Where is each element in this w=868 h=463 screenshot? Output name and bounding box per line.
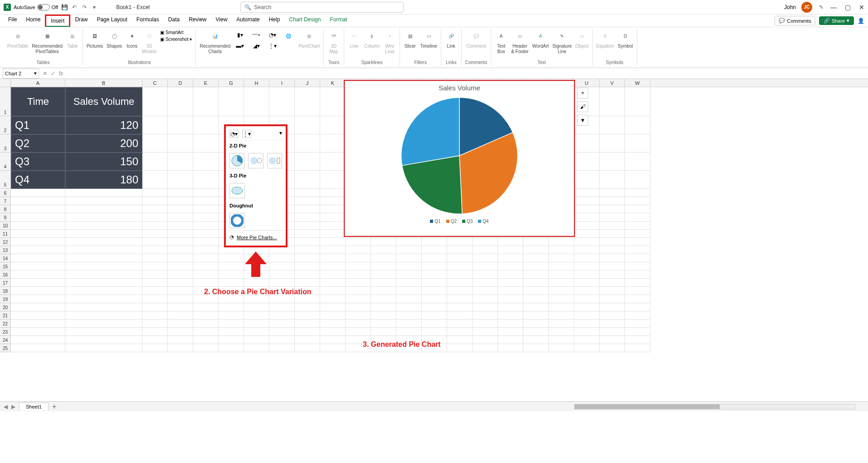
cell[interactable]: [193, 328, 219, 336]
cell[interactable]: [219, 336, 244, 344]
sheet-nav-prev[interactable]: ◀: [4, 404, 8, 410]
cell[interactable]: [346, 311, 371, 320]
cell[interactable]: [65, 344, 142, 352]
tab-file[interactable]: File: [4, 15, 21, 27]
cell[interactable]: [244, 295, 269, 303]
cell[interactable]: [65, 271, 142, 279]
cell[interactable]: [11, 230, 65, 238]
cell[interactable]: [498, 246, 523, 254]
cell[interactable]: [193, 222, 219, 230]
cell[interactable]: [320, 336, 346, 344]
cell[interactable]: [600, 303, 625, 311]
cell[interactable]: [523, 279, 549, 287]
cell[interactable]: [371, 262, 396, 271]
cell[interactable]: [625, 171, 650, 189]
cell[interactable]: [142, 254, 168, 262]
column-header[interactable]: W: [625, 79, 650, 87]
cell[interactable]: [600, 189, 625, 197]
cell[interactable]: [473, 279, 498, 287]
cell[interactable]: [371, 254, 396, 262]
cell[interactable]: [168, 189, 193, 197]
cell[interactable]: 150: [65, 153, 142, 171]
cell[interactable]: [142, 213, 168, 222]
cell[interactable]: [346, 328, 371, 336]
cell[interactable]: [574, 262, 600, 271]
chart-elements-button[interactable]: +: [577, 88, 588, 99]
cell[interactable]: [549, 279, 574, 287]
formula-input[interactable]: [67, 69, 868, 79]
cell[interactable]: [193, 171, 219, 189]
cell[interactable]: [498, 238, 523, 246]
tab-draw[interactable]: Draw: [70, 15, 92, 27]
pie-2d-option-1[interactable]: [229, 153, 244, 168]
cell[interactable]: [65, 197, 142, 205]
cell[interactable]: [193, 87, 219, 116]
cell[interactable]: [11, 295, 65, 303]
cell[interactable]: [396, 287, 422, 295]
3d-map-button[interactable]: 🗺3D Map: [327, 30, 340, 54]
cell[interactable]: [600, 222, 625, 230]
cell[interactable]: [142, 153, 168, 171]
cell[interactable]: [168, 205, 193, 213]
shapes-button[interactable]: ◯Shapes: [107, 30, 122, 49]
column-header[interactable]: K: [320, 79, 346, 87]
cell[interactable]: [168, 295, 193, 303]
cell[interactable]: [11, 328, 65, 336]
cell[interactable]: [11, 262, 65, 271]
cell[interactable]: [396, 238, 422, 246]
cell[interactable]: [142, 230, 168, 238]
cell[interactable]: [65, 254, 142, 262]
wordart-button[interactable]: AWordArt: [532, 30, 549, 49]
cell[interactable]: [320, 230, 346, 238]
cell[interactable]: [371, 303, 396, 311]
row-header[interactable]: 2: [0, 116, 11, 134]
pie-dropdown-tab-pie[interactable]: ◔▾: [229, 130, 239, 138]
cell[interactable]: [498, 254, 523, 262]
column-header[interactable]: D: [168, 79, 193, 87]
equation-button[interactable]: πEquation: [596, 30, 614, 49]
row-header[interactable]: 17: [0, 279, 11, 287]
cell[interactable]: [320, 271, 346, 279]
cell[interactable]: [549, 271, 574, 279]
cell[interactable]: [320, 344, 346, 352]
redo-icon[interactable]: ↷: [81, 4, 88, 11]
cell[interactable]: [549, 238, 574, 246]
cell[interactable]: [11, 287, 65, 295]
cell[interactable]: [142, 238, 168, 246]
tab-data[interactable]: Data: [164, 15, 184, 27]
cell[interactable]: [473, 254, 498, 262]
cell[interactable]: [447, 344, 473, 352]
cell[interactable]: [396, 320, 422, 328]
cell[interactable]: [295, 279, 320, 287]
cell[interactable]: [193, 238, 219, 246]
cell[interactable]: [295, 295, 320, 303]
cell[interactable]: [371, 320, 396, 328]
cell[interactable]: [371, 279, 396, 287]
cell[interactable]: [142, 87, 168, 116]
cell[interactable]: [320, 254, 346, 262]
cell[interactable]: [422, 246, 447, 254]
sheet-tab-sheet1[interactable]: Sheet1: [19, 403, 49, 410]
cell[interactable]: [447, 246, 473, 254]
cell[interactable]: [168, 311, 193, 320]
cell[interactable]: [269, 303, 295, 311]
cell[interactable]: [625, 153, 650, 171]
cell[interactable]: [625, 238, 650, 246]
cell[interactable]: [65, 230, 142, 238]
undo-icon[interactable]: ↶: [71, 4, 78, 11]
cell[interactable]: [346, 262, 371, 271]
cell[interactable]: [295, 254, 320, 262]
cell[interactable]: [193, 311, 219, 320]
cell[interactable]: [193, 279, 219, 287]
cell[interactable]: [244, 279, 269, 287]
sparkline-winloss-button[interactable]: ▪Win/ Loss: [383, 30, 396, 54]
maps-button[interactable]: 🌐: [282, 30, 295, 43]
cell[interactable]: [320, 328, 346, 336]
cell[interactable]: [574, 303, 600, 311]
cell[interactable]: [625, 87, 650, 116]
cell[interactable]: [574, 189, 600, 197]
cell[interactable]: [295, 116, 320, 134]
ribbon-person-icon[interactable]: 👤: [858, 18, 864, 24]
row-header[interactable]: 19: [0, 295, 11, 303]
cell[interactable]: [168, 246, 193, 254]
